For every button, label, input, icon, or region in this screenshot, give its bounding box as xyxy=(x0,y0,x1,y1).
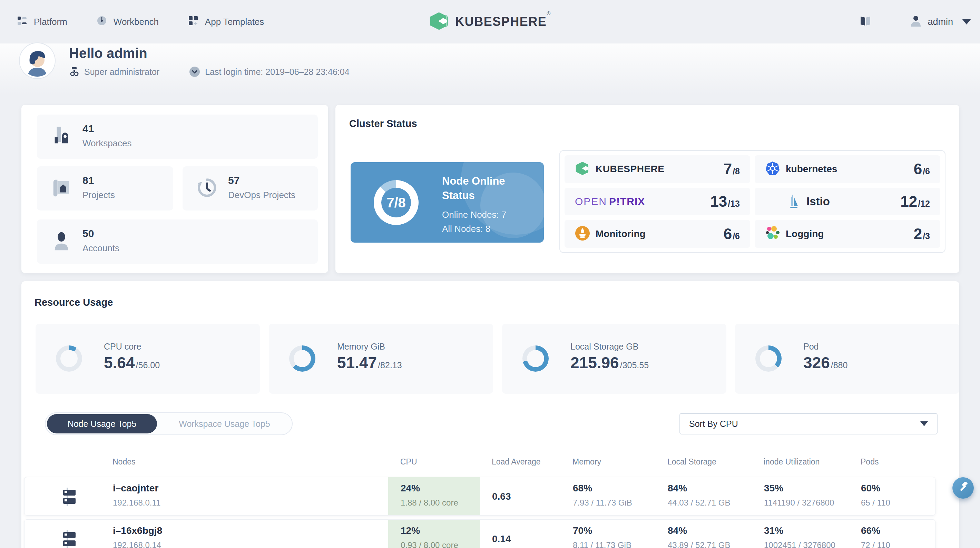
stat-label: DevOps Projects xyxy=(228,190,295,201)
hammer-icon xyxy=(957,481,969,494)
cpu-cell: 12% 0.93 / 8.00 core xyxy=(388,520,480,548)
user-menu-label[interactable]: admin xyxy=(928,17,953,27)
component-value: 2 xyxy=(914,225,922,242)
component-openpitrix: OPENP!TRIX 13/13 xyxy=(565,188,750,216)
gauge-pod: Pod 326/880 xyxy=(735,324,959,394)
kubesphere-logo[interactable]: KUBESPHERE® xyxy=(429,0,551,43)
table-row[interactable]: 12% 0.93 / 8.00 core i–16x6bgj8 192.168.… xyxy=(24,519,935,548)
load-average-value: 0.63 xyxy=(492,491,511,502)
gauge-cpu: CPU core 5.64/56.00 xyxy=(35,324,260,394)
memory-detail: 7.93 / 11.73 GiB xyxy=(573,498,632,508)
openpitrix-wordmark: OPENP!TRIX xyxy=(575,196,645,207)
kubesphere-logo-text: KUBESPHERE® xyxy=(455,14,551,29)
node-online-donut: 7/8 xyxy=(374,180,418,225)
stat-label: Projects xyxy=(83,190,115,201)
nav-item-label: App Templates xyxy=(205,17,264,27)
role-label: Super administrator xyxy=(84,67,159,77)
nav-item-platform[interactable]: Platform xyxy=(17,15,67,29)
chevron-down-icon[interactable] xyxy=(962,19,971,24)
node-name[interactable]: i–16x6bgj8 xyxy=(113,525,162,536)
hello-banner: Hello admin Super administrator Last log… xyxy=(0,43,980,95)
role-icon xyxy=(69,67,80,77)
resource-usage-card: Resource Usage CPU core 5.64/56.00 Memor… xyxy=(21,281,959,548)
memory-percent: 68% xyxy=(573,483,592,494)
stat-projects[interactable]: 81 Projects xyxy=(37,166,173,210)
app-templates-icon xyxy=(188,15,199,29)
storage-percent: 84% xyxy=(668,483,687,494)
node-icon xyxy=(60,529,80,548)
prometheus-icon xyxy=(575,226,590,242)
col-load-average: Load Average xyxy=(492,457,541,467)
sort-by-value: Sort By CPU xyxy=(689,419,738,429)
component-monitoring: Monitoring 6/6 xyxy=(565,220,750,248)
node-ip: 192.168.0.14 xyxy=(113,540,161,548)
component-name: KUBESPHERE xyxy=(596,164,664,175)
gauge-label: Memory GiB xyxy=(337,342,385,352)
cpu-percent: 24% xyxy=(401,483,420,494)
tab-workspace-usage-top5[interactable]: Workspace Usage Top5 xyxy=(157,413,292,435)
component-total: /6 xyxy=(733,231,740,241)
col-memory: Memory xyxy=(573,457,601,467)
clock-icon xyxy=(189,66,200,77)
gauge-local-storage: Local Storage GB 215.96/305.55 xyxy=(502,324,726,394)
istio-icon xyxy=(787,193,801,210)
cpu-percent: 12% xyxy=(401,525,420,536)
usage-tabs: Node Usage Top5 Workspace Usage Top5 xyxy=(45,413,293,435)
overview-card: 41 Workspaces 81 Projects 57 DevOps Proj… xyxy=(21,105,328,273)
node-icon xyxy=(60,487,80,508)
stat-devops-projects[interactable]: 57 DevOps Projects xyxy=(183,166,318,210)
nav-left-group: Platform Workbench App Templates xyxy=(17,0,264,43)
col-inode-utilization: inode Utilization xyxy=(764,457,819,467)
col-cpu: CPU xyxy=(400,457,417,467)
component-value: 12 xyxy=(900,193,917,210)
cpu-detail: 0.93 / 8.00 core xyxy=(401,540,458,548)
stat-accounts[interactable]: 50 Accounts xyxy=(37,220,318,264)
inode-detail: 1141190 / 3276800 xyxy=(764,498,834,508)
node-ip: 192.168.0.11 xyxy=(113,498,161,508)
gauge-total: /305.55 xyxy=(620,360,649,370)
cpu-cell: 24% 1.88 / 8.00 core xyxy=(388,477,480,515)
col-nodes: Nodes xyxy=(113,457,135,467)
inode-percent: 35% xyxy=(764,483,783,494)
component-value: 13 xyxy=(710,193,727,210)
component-total: /6 xyxy=(923,166,930,176)
workbench-icon xyxy=(96,15,107,29)
devops-history-icon xyxy=(196,177,218,200)
stat-workspaces[interactable]: 41 Workspaces xyxy=(37,115,318,159)
hello-meta: Super administrator Last login time: 201… xyxy=(69,66,350,77)
node-name[interactable]: i–caojnter xyxy=(113,483,158,494)
local-storage-donut xyxy=(522,346,549,372)
pod-donut xyxy=(756,346,781,372)
gauge-total: /56.00 xyxy=(136,360,160,370)
kubesphere-logo-icon xyxy=(429,11,449,32)
page-title: Hello admin xyxy=(69,46,147,61)
sort-by-select[interactable]: Sort By CPU xyxy=(679,413,937,435)
nav-item-workbench[interactable]: Workbench xyxy=(96,15,159,29)
projects-icon xyxy=(51,177,72,200)
all-nodes-line: All Nodes: 8 xyxy=(442,222,528,236)
nav-item-label: Workbench xyxy=(113,17,159,27)
memory-donut xyxy=(289,346,315,372)
elasticsearch-icon xyxy=(765,226,780,242)
col-local-storage: Local Storage xyxy=(667,457,716,467)
pods-percent: 60% xyxy=(861,483,880,494)
component-name: Istio xyxy=(807,195,830,208)
nav-item-app-templates[interactable]: App Templates xyxy=(188,15,264,29)
stat-value: 41 xyxy=(83,123,94,135)
component-value: 7 xyxy=(724,161,732,178)
col-pods: Pods xyxy=(861,457,878,467)
pods-percent: 66% xyxy=(861,525,880,536)
stat-value: 57 xyxy=(228,175,239,186)
cpu-donut xyxy=(56,346,82,372)
tab-node-usage-top5[interactable]: Node Usage Top5 xyxy=(47,414,157,433)
component-name: Logging xyxy=(786,228,824,239)
registered-mark: ® xyxy=(547,10,551,16)
toolbox-fab-button[interactable] xyxy=(952,477,974,499)
table-row[interactable]: 24% 1.88 / 8.00 core i–caojnter 192.168.… xyxy=(24,477,935,516)
node-online-ratio: 7/8 xyxy=(381,188,411,217)
avatar xyxy=(21,45,53,76)
gauge-total: /82.13 xyxy=(378,360,402,370)
component-kubesphere: KUBESPHERE 7/8 xyxy=(565,155,750,183)
docs-book-icon[interactable] xyxy=(859,15,872,29)
inode-detail: 1002451 / 3276800 xyxy=(764,540,835,548)
